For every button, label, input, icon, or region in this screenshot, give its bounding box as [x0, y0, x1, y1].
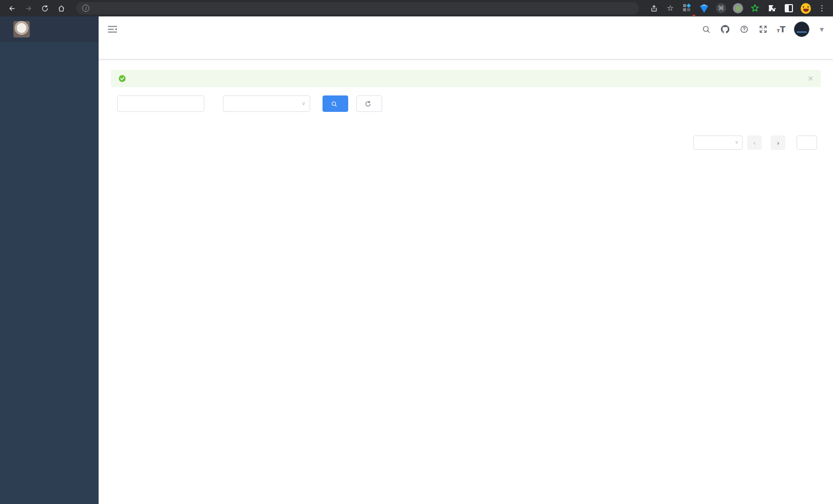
collapse-sidebar-icon[interactable]	[107, 24, 118, 35]
doc-alert: ✕	[111, 70, 821, 87]
next-page-button[interactable]: ›	[771, 135, 785, 150]
user-avatar[interactable]	[794, 22, 809, 37]
prev-page-button[interactable]: ‹	[747, 135, 762, 150]
extension-record-icon[interactable]	[733, 3, 743, 13]
bookmark-star-icon[interactable]: ☆	[664, 2, 677, 15]
user-id-input[interactable]	[117, 95, 204, 112]
search-icon[interactable]	[701, 24, 711, 34]
share-icon[interactable]	[647, 2, 660, 15]
tab-bar	[99, 42, 833, 60]
browser-chrome: i ☆ ⌘ ⋮	[0, 0, 833, 16]
site-info-icon[interactable]: i	[82, 5, 89, 12]
extensions-area: ⌘	[680, 3, 813, 13]
app-header: тT ▼	[99, 16, 833, 42]
user-type-select[interactable]	[223, 95, 310, 112]
sidebar	[0, 16, 99, 504]
filter-bar: ∨	[111, 95, 821, 112]
pagination: ∨ ‹ ›	[111, 135, 821, 150]
address-bar[interactable]: i	[76, 2, 639, 14]
search-button[interactable]	[323, 95, 348, 112]
page-content: ✕ ∨	[99, 60, 833, 504]
extension-puzzle-icon[interactable]	[767, 3, 777, 13]
help-icon[interactable]	[739, 24, 749, 34]
extension-grid-icon[interactable]	[682, 3, 692, 13]
github-icon[interactable]	[720, 24, 730, 34]
extension-splitview-icon[interactable]	[784, 3, 794, 13]
browser-forward-icon[interactable]	[22, 2, 35, 15]
font-size-icon[interactable]: тT	[777, 25, 786, 34]
app-logo[interactable]	[0, 16, 99, 42]
extension-gem-icon[interactable]	[699, 3, 709, 13]
alert-close-icon[interactable]: ✕	[807, 74, 813, 83]
chevron-down-icon: ∨	[735, 139, 739, 145]
reset-refresh-icon	[365, 101, 371, 107]
extension-command-icon[interactable]: ⌘	[716, 3, 726, 13]
browser-back-icon[interactable]	[5, 2, 18, 15]
fullscreen-icon[interactable]	[758, 24, 768, 34]
user-menu-caret-icon[interactable]: ▼	[820, 27, 824, 32]
goto-page-input[interactable]	[797, 135, 817, 150]
extension-badge	[692, 15, 695, 16]
sidebar-menu-bottom	[0, 42, 99, 504]
search-button-icon	[331, 101, 337, 107]
logo-avatar	[13, 21, 30, 37]
browser-home-icon[interactable]	[54, 2, 68, 15]
browser-reload-icon[interactable]	[38, 2, 51, 15]
browser-menu-icon[interactable]: ⋮	[816, 4, 828, 13]
profile-emoji-icon[interactable]	[801, 3, 811, 13]
reset-button[interactable]	[356, 95, 382, 112]
success-check-icon	[118, 74, 126, 83]
extension-star-icon[interactable]	[750, 3, 760, 13]
